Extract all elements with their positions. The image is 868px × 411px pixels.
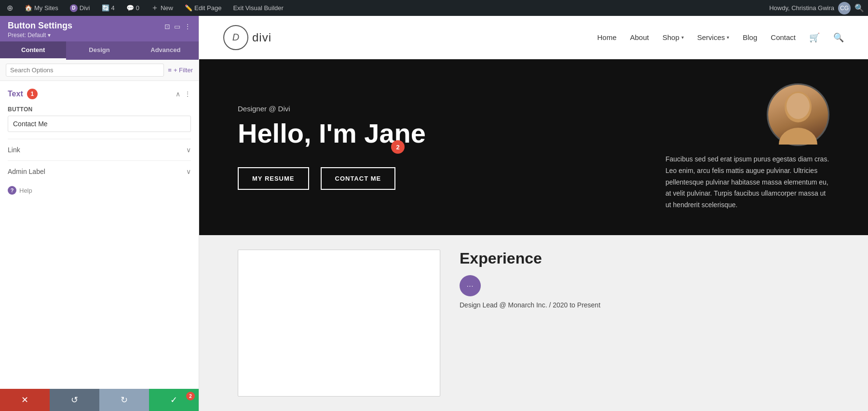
left-panel: Button Settings Preset: Default ▾ ⊡ ▭ ⋮ … <box>0 16 199 411</box>
avatar[interactable]: CG <box>838 2 851 14</box>
nav-about[interactable]: About <box>630 33 649 41</box>
preview-area: D divi Home About Shop ▾ Services ▾ Blog… <box>199 16 868 411</box>
text-section-title-row: Text 1 <box>8 89 38 99</box>
experience-dots-icon[interactable]: ··· <box>460 275 481 296</box>
logo-text: divi <box>252 31 271 44</box>
admin-bar: ⊕ 🏠 My Sites D Divi 🔄 4 💬 0 ＋ New ✏️ Edi… <box>0 0 868 16</box>
hero-right: Faucibus sed sed erat ipsum purus egesta… <box>646 83 829 211</box>
cart-icon[interactable]: 🛒 <box>809 32 820 43</box>
exit-builder-btn[interactable]: Exit Visual Builder <box>230 0 286 16</box>
avatar-circle <box>767 83 829 146</box>
link-section: Link ∨ <box>8 139 191 160</box>
admin-label-title: Admin Label <box>8 168 45 175</box>
divi-btn[interactable]: D Divi <box>67 0 93 16</box>
bottom-bar: ✕ ↺ ↻ ✓ 2 <box>0 389 199 411</box>
admin-bar-right: Howdy, Christina Gwira CG 🔍 <box>769 2 864 14</box>
nav-home[interactable]: Home <box>597 33 616 41</box>
home-icon: 🏠 <box>25 4 32 12</box>
redo-icon: ↻ <box>121 395 128 405</box>
text-section-header: Text 1 ∧ ⋮ <box>8 89 191 99</box>
new-btn[interactable]: ＋ New <box>148 0 176 16</box>
minimize-icon[interactable]: ⊡ <box>164 23 170 30</box>
tab-content[interactable]: Content <box>0 41 66 60</box>
link-chevron-icon[interactable]: ∨ <box>186 146 191 154</box>
button-text-input[interactable] <box>8 116 191 132</box>
admin-label-section: Admin Label ∨ <box>8 160 191 182</box>
save-badge: 2 <box>186 392 195 400</box>
svg-point-1 <box>779 128 817 145</box>
tabs-row: Content Design Advanced <box>0 41 199 60</box>
cancel-icon: ✕ <box>21 395 28 405</box>
panel-title: Button Settings <box>8 21 72 31</box>
my-sites-btn[interactable]: 🏠 My Sites <box>22 0 61 16</box>
avatar-image <box>768 85 828 145</box>
hero-left: Designer @ Divi Hello, I'm Jane MY RESUM… <box>238 105 646 190</box>
tab-advanced[interactable]: Advanced <box>133 41 199 60</box>
text-section-badge: 1 <box>27 89 38 99</box>
filter-button[interactable]: ≡ + Filter <box>168 66 193 74</box>
experience-detail: Design Lead @ Monarch Inc. / 2020 to Pre… <box>460 301 829 309</box>
help-row[interactable]: ? Help <box>8 182 191 199</box>
wordpress-icon-btn[interactable]: ⊕ <box>4 0 16 16</box>
comments-icon: 🔄 <box>102 4 109 12</box>
contact-me-button[interactable]: CONTACT ME <box>321 167 396 190</box>
experience-image-placeholder <box>238 250 440 397</box>
bubble-icon: 💬 <box>126 4 134 12</box>
hero-subtitle: Designer @ Divi <box>238 105 646 113</box>
cancel-button[interactable]: ✕ <box>0 389 50 411</box>
experience-section: Experience ··· Design Lead @ Monarch Inc… <box>199 235 868 411</box>
tab-design[interactable]: Design <box>66 41 132 60</box>
site-logo: D divi <box>223 25 271 50</box>
save-button[interactable]: ✓ 2 <box>149 389 199 411</box>
section-options-icon[interactable]: ⋮ <box>184 90 191 98</box>
comments-btn[interactable]: 🔄 4 <box>99 0 118 16</box>
nav-contact[interactable]: Contact <box>771 33 796 41</box>
hero-title: Hello, I'm Jane <box>238 119 646 148</box>
nav-shop[interactable]: Shop ▾ <box>663 33 684 41</box>
experience-content: Experience ··· Design Lead @ Monarch Inc… <box>460 250 829 397</box>
collapse-icon[interactable]: ∧ <box>176 90 180 98</box>
hero-buttons: MY RESUME CONTACT ME <box>238 167 646 190</box>
experience-title: Experience <box>460 250 829 267</box>
site-nav-links: Home About Shop ▾ Services ▾ Blog Contac… <box>597 32 844 43</box>
save-checkmark-icon: ✓ <box>170 395 177 405</box>
search-icon[interactable]: 🔍 <box>854 3 864 13</box>
divi-icon: D <box>70 4 78 12</box>
edit-page-btn[interactable]: ✏️ Edit Page <box>182 0 224 16</box>
link-section-title: Link <box>8 146 20 154</box>
logo-circle: D <box>223 25 248 50</box>
text-section-icons: ∧ ⋮ <box>176 90 191 98</box>
panel-preset[interactable]: Preset: Default ▾ <box>8 32 72 39</box>
site-nav: D divi Home About Shop ▾ Services ▾ Blog… <box>199 16 868 59</box>
comments2-btn[interactable]: 💬 0 <box>123 0 142 16</box>
wordpress-icon: ⊕ <box>7 3 13 13</box>
search-row: ≡ + Filter <box>0 60 199 81</box>
shop-dropdown-icon: ▾ <box>681 35 684 40</box>
more-options-icon[interactable]: ⋮ <box>184 23 191 30</box>
nav-blog[interactable]: Blog <box>743 33 757 41</box>
search-options-input[interactable] <box>6 64 164 77</box>
nav-services[interactable]: Services ▾ <box>697 33 730 41</box>
panel-header: Button Settings Preset: Default ▾ ⊡ ▭ ⋮ <box>0 16 199 41</box>
main-wrapper: Button Settings Preset: Default ▾ ⊡ ▭ ⋮ … <box>0 16 868 411</box>
admin-label-chevron-icon[interactable]: ∨ <box>186 168 191 175</box>
expand-icon[interactable]: ▭ <box>174 23 180 30</box>
help-label: Help <box>19 187 32 194</box>
svg-point-2 <box>787 93 810 119</box>
panel-content: Text 1 ∧ ⋮ Button Link ∨ <box>0 81 199 389</box>
hero-description: Faucibus sed sed erat ipsum purus egesta… <box>665 154 829 211</box>
admin-label-header[interactable]: Admin Label ∨ <box>8 168 191 175</box>
nav-search-icon[interactable]: 🔍 <box>833 32 844 43</box>
link-section-header[interactable]: Link ∨ <box>8 146 191 154</box>
button-field-group: Button <box>8 106 191 132</box>
redo-button[interactable]: ↻ <box>99 389 149 411</box>
hero-section: Designer @ Divi Hello, I'm Jane MY RESUM… <box>199 59 868 235</box>
button-field-label: Button <box>8 106 191 113</box>
section-2-badge: 2 <box>391 140 405 154</box>
panel-header-icons: ⊡ ▭ ⋮ <box>164 21 191 30</box>
undo-icon: ↺ <box>71 395 78 405</box>
resume-button[interactable]: MY RESUME <box>238 167 309 190</box>
pencil-icon: ✏️ <box>185 4 192 12</box>
services-dropdown-icon: ▾ <box>727 35 729 40</box>
undo-button[interactable]: ↺ <box>50 389 99 411</box>
